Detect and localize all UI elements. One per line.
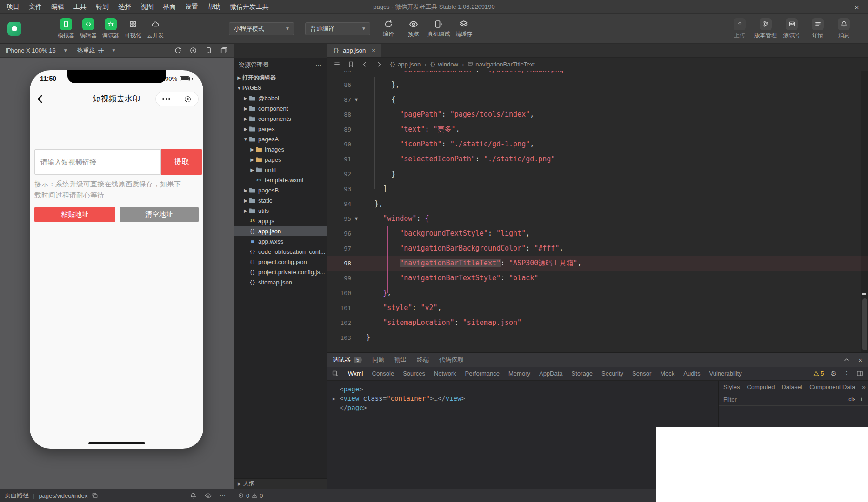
wxml-node[interactable]: ▶<view class="container">…</view> bbox=[333, 394, 718, 403]
more-button[interactable] bbox=[156, 98, 177, 100]
debug-tab[interactable]: 问题 bbox=[372, 356, 384, 364]
tree-item[interactable]: ≡app.wxss bbox=[234, 236, 327, 246]
code-line[interactable]: 89 "text": "更多", bbox=[327, 122, 868, 137]
code-line[interactable]: 88 "pagePath": "pages/tools/index", bbox=[327, 107, 868, 122]
bookmark-icon[interactable] bbox=[347, 61, 354, 68]
toolbar-action[interactable]: 预览 bbox=[401, 20, 426, 38]
restart-icon[interactable] bbox=[174, 46, 182, 54]
debug-tab[interactable]: 代码依赖 bbox=[439, 356, 463, 364]
device-select[interactable]: iPhone X 100% 16 ▼ bbox=[6, 47, 68, 54]
close-tab-icon[interactable]: × bbox=[372, 47, 375, 54]
more-icon[interactable]: ⋯ bbox=[220, 492, 226, 499]
copy-icon[interactable] bbox=[92, 492, 98, 499]
tree-item[interactable]: {}project.private.config.js... bbox=[234, 267, 327, 277]
menu-item[interactable]: 帮助 bbox=[207, 3, 220, 11]
scrollbar-handle[interactable] bbox=[862, 298, 867, 350]
chevron-double-icon[interactable]: » bbox=[862, 383, 865, 390]
code-line[interactable]: 93 ] bbox=[327, 181, 868, 196]
plus-icon[interactable]: + bbox=[860, 396, 863, 403]
code-line[interactable]: 91 "selectedIconPath": "./static/gd.png" bbox=[327, 152, 868, 166]
toolbar-right-action[interactable]: 消息 bbox=[832, 18, 856, 40]
tree-item[interactable]: {}app.json bbox=[234, 226, 327, 236]
close-button[interactable]: × bbox=[848, 0, 865, 14]
tree-item[interactable]: {}project.config.json bbox=[234, 257, 327, 267]
maximize-button[interactable] bbox=[832, 0, 848, 14]
toolbar-toggle[interactable]: 调试器 bbox=[100, 18, 122, 40]
explorer-section[interactable]: ▼PAGES bbox=[234, 83, 327, 93]
code-line[interactable]: 102 "sitemapLocation": "sitemap.json" bbox=[327, 315, 868, 330]
menu-item[interactable]: 界面 bbox=[163, 3, 176, 11]
record-icon[interactable] bbox=[189, 46, 197, 54]
filter-input[interactable]: Filter bbox=[723, 396, 737, 403]
tree-item[interactable]: JSapp.js bbox=[234, 216, 327, 226]
tree-item[interactable]: {}sitemap.json bbox=[234, 277, 327, 287]
styles-tab[interactable]: Component Data bbox=[809, 383, 855, 390]
devtools-tab[interactable]: Storage bbox=[572, 370, 593, 377]
toolbar-toggle[interactable]: 可视化 bbox=[122, 18, 144, 40]
paste-address-button[interactable]: 粘贴地址 bbox=[34, 207, 115, 222]
code-line[interactable]: 95▼ "window": { bbox=[327, 211, 868, 226]
devtools-tab[interactable]: Performance bbox=[465, 370, 500, 377]
chevron-up-icon[interactable] bbox=[843, 357, 850, 363]
menu-item[interactable]: 工具 bbox=[73, 3, 87, 11]
problems-counter[interactable]: 0 0 bbox=[238, 492, 263, 499]
breadcrumb-item[interactable]: {}window bbox=[430, 61, 458, 68]
breadcrumb-item[interactable]: navigationBarTitleText bbox=[467, 61, 534, 68]
menu-item[interactable]: 编辑 bbox=[51, 3, 64, 11]
code-line[interactable]: 87▼ { bbox=[327, 92, 868, 107]
toolbar-action[interactable]: 编译 bbox=[376, 20, 401, 38]
tree-item[interactable]: ▼pagesA bbox=[234, 134, 327, 144]
cls-toggle[interactable]: .cls bbox=[847, 396, 855, 403]
styles-tab[interactable]: Dataset bbox=[781, 383, 802, 390]
tree-item[interactable]: ▶pages bbox=[234, 154, 327, 165]
more-actions-icon[interactable]: ⋯ bbox=[315, 61, 322, 69]
code-line[interactable]: 103} bbox=[327, 330, 868, 345]
inspect-icon[interactable] bbox=[332, 370, 339, 377]
tree-item[interactable]: {}code_obfuscation_conf... bbox=[234, 246, 327, 257]
chevron-right-icon[interactable]: ▶ bbox=[333, 396, 340, 401]
devtools-tab[interactable]: Sources bbox=[403, 370, 425, 377]
tree-item[interactable]: ▶pages bbox=[234, 124, 327, 134]
devtools-tab[interactable]: Memory bbox=[508, 370, 530, 377]
devtools-tab[interactable]: Network bbox=[434, 370, 456, 377]
tree-item[interactable]: ▶images bbox=[234, 144, 327, 154]
menu-item[interactable]: 设置 bbox=[185, 3, 198, 11]
menu-item[interactable]: 选择 bbox=[118, 3, 131, 11]
toolbar-toggle[interactable]: 编辑器 bbox=[77, 18, 100, 40]
code-line[interactable]: 94 }, bbox=[327, 196, 868, 211]
code-line[interactable]: 85 "selectedIconPath": "./static/index.p… bbox=[327, 71, 868, 77]
dock-side-icon[interactable] bbox=[856, 370, 863, 377]
menu-item[interactable]: 项目 bbox=[7, 3, 20, 11]
toolbar-right-action[interactable]: 版本管理 bbox=[754, 18, 778, 40]
debug-tab[interactable]: 终端 bbox=[417, 356, 429, 364]
devtools-tab[interactable]: Security bbox=[601, 370, 623, 377]
screenshot-icon[interactable] bbox=[220, 46, 228, 54]
exit-button[interactable] bbox=[177, 96, 198, 102]
code-editor[interactable]: 85 "selectedIconPath": "./static/index.p… bbox=[327, 71, 868, 352]
code-line[interactable]: 101 "style": "v2", bbox=[327, 300, 868, 315]
menu-item[interactable]: 微信开发工具 bbox=[230, 3, 269, 11]
hot-reload-toggle[interactable]: 热重载 开 ▼ bbox=[77, 46, 116, 55]
breadcrumb-item[interactable]: {}app.json bbox=[390, 61, 421, 68]
code-line[interactable]: 86 }, bbox=[327, 77, 868, 92]
code-line[interactable]: 90 "iconPath": "./static/gd-1.png", bbox=[327, 137, 868, 152]
tree-item[interactable]: ▶pagesB bbox=[234, 185, 327, 195]
minimize-button[interactable]: – bbox=[815, 0, 832, 14]
tree-item[interactable]: <>template.wxml bbox=[234, 175, 327, 185]
close-panel-icon[interactable]: × bbox=[858, 356, 862, 364]
toolbar-action[interactable]: 清缓存 bbox=[451, 20, 476, 38]
styles-tab[interactable]: Computed bbox=[747, 383, 775, 390]
menu-item[interactable]: 转到 bbox=[96, 3, 109, 11]
debug-tab[interactable]: 调试器5 bbox=[333, 356, 362, 364]
compile-select[interactable]: 普通编译 ▼ bbox=[305, 22, 370, 35]
video-link-input[interactable] bbox=[34, 149, 161, 175]
bell-icon[interactable] bbox=[190, 492, 197, 499]
code-line[interactable]: 99 "navigationBarTextStyle": "black" bbox=[327, 271, 868, 285]
devtools-tab[interactable]: Vulnerability bbox=[709, 370, 741, 377]
devtools-tab[interactable]: Audits bbox=[683, 370, 700, 377]
code-line[interactable]: 100 }, bbox=[327, 285, 868, 300]
toolbar-action[interactable]: 真机调试 bbox=[426, 20, 451, 38]
menu-item[interactable]: 视图 bbox=[140, 3, 154, 11]
warning-counter[interactable]: 5 bbox=[813, 370, 824, 377]
tab-app-json[interactable]: {} app.json × bbox=[327, 44, 381, 57]
